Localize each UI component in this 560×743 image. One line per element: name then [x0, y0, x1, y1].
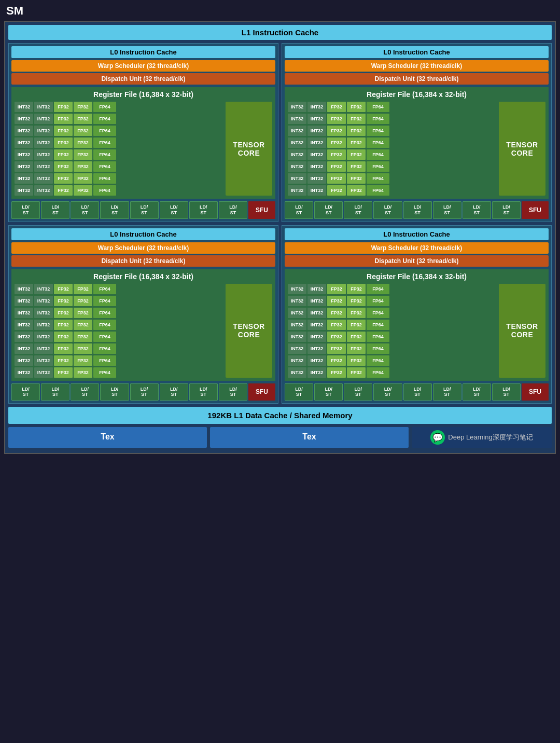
int32-cell: INT32 [307, 308, 326, 318]
fp32-cell: FP32 [327, 332, 346, 342]
fp32-cell: FP32 [74, 149, 92, 160]
fp64-cell: FP64 [93, 102, 116, 112]
q4-row-4: INT32 INT32 FP32 FP32 FP64 [288, 320, 497, 330]
fp64-cell: FP64 [367, 332, 389, 342]
fp32-cell: FP32 [74, 320, 92, 330]
fp32-cell: FP32 [74, 185, 92, 196]
fp32-cell: FP32 [327, 137, 346, 148]
ldst-cell: LD/ST [285, 201, 313, 219]
fp32-cell: FP32 [54, 173, 73, 184]
fp64-cell: FP64 [93, 320, 116, 330]
int32-cell: INT32 [288, 137, 306, 148]
fp64-cell: FP64 [93, 173, 116, 184]
q1-row-8: INT32 INT32 FP32 FP32 FP64 [15, 185, 223, 196]
q3-row-8: INT32 INT32 FP32 FP32 FP64 [15, 367, 223, 378]
q2-register-cells: INT32 INT32 FP32 FP32 FP64 INT32 INT32 F… [288, 102, 497, 196]
fp32-cell: FP32 [74, 102, 92, 112]
ldst-cell: LD/ST [160, 201, 188, 219]
fp32-cell: FP32 [327, 308, 346, 318]
fp64-cell: FP64 [93, 355, 116, 366]
int32-cell: INT32 [15, 332, 33, 342]
fp32-cell: FP32 [74, 284, 92, 294]
fp32-cell: FP32 [347, 126, 366, 136]
q4-row-8: INT32 INT32 FP32 FP32 FP64 [288, 367, 497, 378]
int32-cell: INT32 [307, 355, 326, 366]
int32-cell: INT32 [15, 320, 33, 330]
fp32-cell: FP32 [347, 296, 366, 306]
int32-cell: INT32 [15, 173, 33, 184]
fp32-cell: FP32 [54, 367, 73, 378]
int32-cell: INT32 [288, 320, 306, 330]
ldst-cell: LD/ST [492, 383, 521, 401]
int32-cell: INT32 [307, 137, 326, 148]
fp32-cell: FP32 [54, 284, 73, 294]
q3-warp-scheduler: Warp Scheduler (32 thread/clk) [11, 242, 275, 254]
quadrant-3: L0 Instruction Cache Warp Scheduler (32 … [8, 225, 278, 404]
int32-cell: INT32 [288, 296, 306, 306]
int32-cell: INT32 [288, 185, 306, 196]
fp64-cell: FP64 [93, 343, 116, 354]
fp32-cell: FP32 [54, 161, 73, 172]
int32-cell: INT32 [307, 332, 326, 342]
fp64-cell: FP64 [367, 343, 389, 354]
q3-register-grid-wrapper: INT32 INT32 FP32 FP32 FP64 INT32 INT32 F… [15, 284, 272, 378]
fp32-cell: FP32 [74, 137, 92, 148]
q3-row-5: INT32 INT32 FP32 FP32 FP64 [15, 332, 223, 342]
fp32-cell: FP32 [347, 137, 366, 148]
int32-cell: INT32 [15, 102, 33, 112]
ldst-cell: LD/ST [373, 201, 402, 219]
ldst-cell: LD/ST [403, 201, 432, 219]
fp32-cell: FP32 [347, 332, 366, 342]
fp32-cell: FP32 [74, 296, 92, 306]
ldst-cell: LD/ST [219, 383, 247, 401]
q2-warp-scheduler: Warp Scheduler (32 thread/clk) [285, 60, 549, 72]
fp32-cell: FP32 [327, 296, 346, 306]
q2-row-5: INT32 INT32 FP32 FP32 FP64 [288, 149, 497, 160]
ldst-cell: LD/ST [100, 201, 129, 219]
q1-bottom-row: LD/ST LD/ST LD/ST LD/ST LD/ST LD/ST LD/S… [11, 201, 275, 219]
int32-cell: INT32 [34, 284, 53, 294]
q4-row-6: INT32 INT32 FP32 FP32 FP64 [288, 343, 497, 354]
q3-row-1: INT32 INT32 FP32 FP32 FP64 [15, 284, 223, 294]
fp32-cell: FP32 [54, 343, 73, 354]
q2-register-file-container: Register File (16,384 x 32-bit) INT32 IN… [285, 87, 549, 199]
fp32-cell: FP32 [347, 367, 366, 378]
q3-dispatch-unit: Dispatch Unit (32 thread/clk) [11, 255, 275, 267]
q1-register-file-title: Register File (16,384 x 32-bit) [15, 90, 272, 99]
int32-cell: INT32 [34, 149, 53, 160]
fp32-cell: FP32 [74, 332, 92, 342]
fp32-cell: FP32 [327, 355, 346, 366]
q4-l0-cache: L0 Instruction Cache [285, 228, 549, 240]
fp64-cell: FP64 [367, 102, 389, 112]
fp64-cell: FP64 [93, 114, 116, 124]
int32-cell: INT32 [15, 343, 33, 354]
fp64-cell: FP64 [367, 126, 389, 136]
fp32-cell: FP32 [347, 355, 366, 366]
q4-dispatch-unit: Dispatch Unit (32 thread/clk) [285, 255, 549, 267]
int32-cell: INT32 [15, 308, 33, 318]
q4-register-grid-wrapper: INT32 INT32 FP32 FP32 FP64 INT32 INT32 F… [288, 284, 545, 378]
ldst-cell: LD/ST [189, 201, 218, 219]
q1-tensor-core: TENSOR CORE [226, 102, 272, 196]
fp32-cell: FP32 [347, 173, 366, 184]
ldst-cell: LD/ST [433, 201, 461, 219]
int32-cell: INT32 [288, 161, 306, 172]
int32-cell: INT32 [15, 284, 33, 294]
ldst-cell: LD/ST [130, 201, 159, 219]
int32-cell: INT32 [307, 284, 326, 294]
fp64-cell: FP64 [367, 173, 389, 184]
tex-box-2: Tex [210, 427, 409, 448]
ldst-cell: LD/ST [219, 201, 247, 219]
int32-cell: INT32 [307, 102, 326, 112]
watermark-text: Deep Learning深度学习笔记 [448, 433, 533, 442]
fp64-cell: FP64 [93, 332, 116, 342]
fp32-cell: FP32 [327, 320, 346, 330]
q3-l0-cache: L0 Instruction Cache [11, 228, 275, 240]
fp64-cell: FP64 [93, 137, 116, 148]
ldst-cell: LD/ST [344, 201, 372, 219]
fp32-cell: FP32 [327, 149, 346, 160]
int32-cell: INT32 [34, 308, 53, 318]
ldst-cell: LD/ST [71, 383, 99, 401]
int32-cell: INT32 [15, 185, 33, 196]
int32-cell: INT32 [34, 137, 53, 148]
